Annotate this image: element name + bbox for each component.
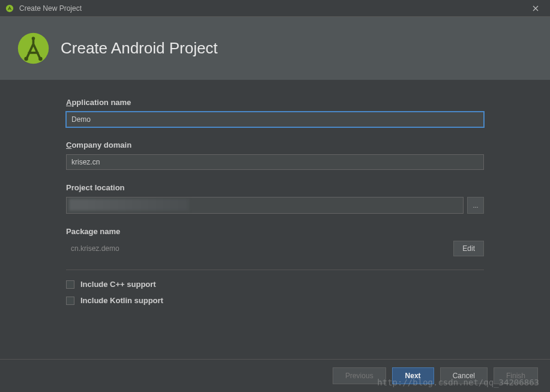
company-domain-input[interactable] — [66, 154, 484, 170]
titlebar: Create New Project — [0, 0, 550, 17]
edit-button[interactable]: Edit — [453, 241, 484, 256]
next-button[interactable]: Next — [392, 367, 434, 384]
dialog-footer: Previous Next Cancel Finish — [0, 359, 550, 392]
dialog-title: Create Android Project — [61, 39, 218, 58]
separator — [66, 270, 484, 270]
redacted-path — [69, 199, 189, 211]
android-studio-icon — [5, 4, 14, 13]
include-cpp-label: Include C++ support — [80, 280, 156, 289]
android-studio-logo-icon — [17, 32, 50, 65]
window-title: Create New Project — [19, 4, 526, 13]
finish-button[interactable]: Finish — [494, 367, 538, 384]
company-domain-label: Company domain — [66, 140, 484, 149]
previous-button[interactable]: Previous — [333, 367, 386, 384]
package-name-value: cn.krisez.demo — [66, 241, 447, 256]
package-name-group: Package name cn.krisez.demo Edit — [66, 227, 484, 256]
application-name-group: Application name — [66, 98, 484, 127]
dialog-header: Create Android Project — [0, 17, 550, 80]
project-location-group: Project location ... — [66, 183, 484, 214]
svg-point-4 — [38, 57, 42, 61]
cancel-button[interactable]: Cancel — [440, 367, 488, 384]
project-location-input[interactable] — [66, 197, 464, 214]
application-name-label: Application name — [66, 98, 484, 107]
svg-point-2 — [32, 37, 35, 40]
include-kotlin-checkbox-row[interactable]: Include Kotlin support — [66, 296, 484, 305]
close-button[interactable] — [526, 0, 545, 17]
dialog-content: Application name Company domain Project … — [0, 80, 550, 359]
package-name-label: Package name — [66, 227, 484, 236]
application-name-input[interactable] — [66, 112, 484, 127]
include-kotlin-checkbox[interactable] — [66, 297, 74, 305]
browse-button[interactable]: ... — [467, 197, 484, 214]
include-kotlin-label: Include Kotlin support — [80, 296, 163, 305]
svg-point-3 — [24, 57, 28, 61]
include-cpp-checkbox-row[interactable]: Include C++ support — [66, 280, 484, 289]
company-domain-group: Company domain — [66, 140, 484, 170]
project-location-label: Project location — [66, 183, 484, 192]
svg-point-0 — [6, 4, 13, 11]
include-cpp-checkbox[interactable] — [66, 280, 74, 289]
